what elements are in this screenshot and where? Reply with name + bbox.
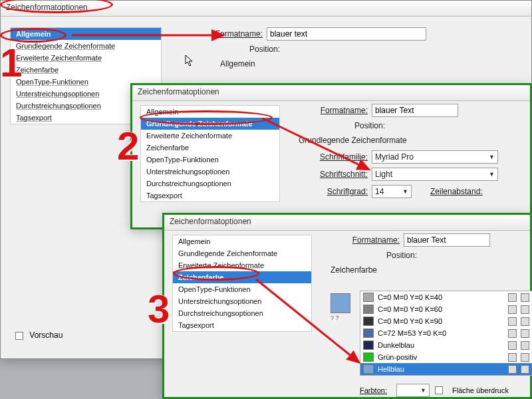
- sidebar2-opentype[interactable]: OpenType-Funktionen: [141, 154, 279, 166]
- sidebar-item-zeichenfarbe[interactable]: Zeichenfarbe: [11, 64, 161, 76]
- fill-overprint-checkbox[interactable]: [435, 386, 443, 394]
- preview-checkbox-row[interactable]: Vorschau: [15, 331, 63, 340]
- color-name: Dunkelblau: [378, 341, 504, 349]
- schriftfamilie-label: Schriftfamilie:: [299, 152, 372, 162]
- sidebar2-zeichenfarbe[interactable]: Zeichenfarbe: [141, 142, 279, 154]
- schriftgrad-dropdown[interactable]: 14 ▼: [372, 185, 412, 198]
- sidebar3-grundlegende[interactable]: Grundlegende Zeichenformate: [173, 247, 311, 259]
- section-heading-3: Zeichenfarbe: [331, 264, 530, 280]
- color-swatch: [363, 352, 374, 362]
- color-row[interactable]: Dunkelblau: [360, 339, 532, 351]
- color-row[interactable]: C=72 M=53 Y=0 K=0: [360, 327, 532, 339]
- position-label-3: Position:: [331, 251, 421, 260]
- formatname-input-2[interactable]: [372, 104, 458, 117]
- formatname-label: Formatname:: [194, 29, 267, 39]
- section-heading-1: Allgemein: [220, 58, 513, 74]
- formatname-label-3: Formatname:: [331, 235, 404, 245]
- schriftfamilie-dropdown[interactable]: Myriad Pro ▼: [372, 150, 498, 164]
- farbton-dropdown[interactable]: ▼: [396, 384, 430, 397]
- color-swatch-list[interactable]: C=0 M=0 Y=0 K=40C=0 M=0 Y=0 K=60C=0 M=0 …: [360, 291, 532, 376]
- color-type-icon: [521, 341, 529, 350]
- color-swatch: [363, 329, 374, 338]
- farbton-label: Farbton:: [360, 386, 391, 394]
- sidebar3-durchstreichung[interactable]: Durchstreichungsoptionen: [173, 307, 311, 319]
- color-mode-icon: [508, 365, 517, 374]
- schriftschnitt-dropdown[interactable]: Light ▼: [372, 168, 498, 181]
- schriftfamilie-value: Myriad Pro: [375, 152, 414, 162]
- dialog-title-3: Zeichenformatoptionen: [164, 215, 530, 231]
- schriftgrad-value: 14: [375, 187, 384, 196]
- schriftgrad-label: Schriftgrad:: [299, 187, 372, 196]
- color-row[interactable]: Grün-positiv: [360, 351, 532, 363]
- position-label-2: Position:: [299, 121, 389, 130]
- chevron-down-icon: ▼: [402, 188, 408, 195]
- color-swatch: [363, 364, 374, 374]
- color-swatch: [363, 293, 374, 302]
- color-name: C=72 M=53 Y=0 K=0: [378, 329, 504, 337]
- color-mode-icon: [508, 317, 517, 326]
- color-swatch: [363, 305, 374, 314]
- color-mode-icon: [508, 293, 517, 302]
- sidebar-item-grundlegende[interactable]: Grundlegende Zeichenformate: [11, 40, 161, 52]
- position-label: Position:: [194, 45, 284, 54]
- color-row[interactable]: C=0 M=0 Y=0 K=60: [360, 303, 532, 315]
- sidebar2-grundlegende[interactable]: Grundlegende Zeichenformate: [141, 118, 279, 130]
- color-name: C=0 M=0 Y=0 K=60: [378, 305, 504, 313]
- sidebar3-allgemein[interactable]: Allgemein: [173, 235, 311, 247]
- chevron-down-icon: ▼: [489, 154, 495, 160]
- sidebar2-tagsexport[interactable]: Tagsexport: [141, 190, 279, 201]
- sidebar-item-erweiterte[interactable]: Erweiterte Zeichenformate: [11, 52, 161, 64]
- chevron-down-icon: ▼: [489, 171, 495, 178]
- color-type-icon: [521, 329, 529, 338]
- sidebar3-opentype[interactable]: OpenType-Funktionen: [173, 283, 311, 295]
- formatname-label-2: Formatname:: [299, 106, 372, 115]
- color-mode-icon: [508, 341, 517, 350]
- color-type-icon: [521, 293, 529, 302]
- color-swatch: [363, 317, 374, 326]
- color-type-icon: [521, 305, 529, 314]
- color-row[interactable]: C=0 M=0 Y=0 K=90: [360, 315, 532, 327]
- fill-overprint-label: Fläche überdruck: [452, 386, 509, 394]
- sidebar-item-allgemein[interactable]: Allgemein: [11, 28, 161, 40]
- sidebar2-durchstreichung[interactable]: Durchstreichungsoptionen: [141, 178, 279, 190]
- color-preview-swatch: [331, 293, 350, 313]
- sidebar2-unterstreichung[interactable]: Unterstreichungsoptionen: [141, 166, 279, 178]
- color-row[interactable]: Hellblau: [360, 363, 532, 375]
- zeilenabstand-label: Zeilenabstand:: [430, 187, 483, 196]
- dialog-title: Zeichenformatoptionen: [1, 1, 531, 17]
- color-name: C=0 M=0 Y=0 K=90: [378, 317, 504, 325]
- color-mode-icon: [508, 353, 517, 362]
- dialog-title-2: Zeichenformatoptionen: [132, 85, 530, 101]
- preview-label: Vorschau: [29, 331, 63, 340]
- color-row[interactable]: C=0 M=0 Y=0 K=40: [360, 291, 532, 303]
- color-name: Hellblau: [378, 365, 504, 373]
- preview-checkbox[interactable]: [15, 332, 23, 340]
- sidebar2-allgemein[interactable]: Allgemein: [141, 106, 279, 118]
- color-type-icon: [521, 353, 529, 362]
- color-name: Grün-positiv: [378, 353, 504, 361]
- sidebar-panel3: Allgemein Grundlegende Zeichenformate Er…: [172, 235, 312, 332]
- sidebar3-tagsexport[interactable]: Tagsexport: [173, 319, 311, 331]
- sidebar2-erweiterte[interactable]: Erweiterte Zeichenformate: [141, 130, 279, 142]
- formatname-input[interactable]: [267, 27, 426, 41]
- sidebar3-unterstreichung[interactable]: Unterstreichungsoptionen: [173, 295, 311, 307]
- dialog-3: Zeichenformatoptionen Allgemein Grundleg…: [162, 213, 532, 399]
- sidebar3-erweiterte[interactable]: Erweiterte Zeichenformate: [173, 259, 311, 271]
- dialog-2: Zeichenformatoptionen Allgemein Grundleg…: [130, 83, 532, 229]
- sidebar-panel2: Allgemein Grundlegende Zeichenformate Er…: [140, 105, 280, 202]
- color-mode-icon: [508, 329, 517, 338]
- color-type-icon: [521, 365, 529, 374]
- schriftschnitt-value: Light: [375, 170, 392, 179]
- color-type-icon: [521, 317, 529, 326]
- color-mode-icon: [508, 305, 517, 314]
- color-name: C=0 M=0 Y=0 K=40: [378, 293, 504, 301]
- schriftschnitt-label: Schriftschnitt:: [299, 170, 372, 179]
- section-heading-2: Grundlegende Zeichenformate: [299, 134, 525, 150]
- formatname-input-3[interactable]: [404, 233, 490, 247]
- color-swatch: [363, 340, 374, 350]
- sidebar3-zeichenfarbe[interactable]: Zeichenfarbe: [173, 271, 311, 283]
